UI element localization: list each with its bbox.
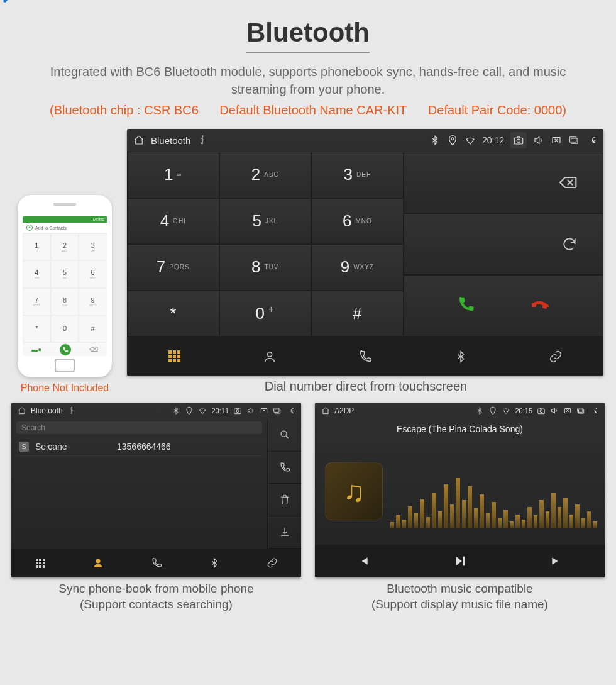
music-caption-line2: (Support display music file name) [315,597,605,613]
svg-rect-4 [571,138,578,143]
phone-key-7[interactable]: 7PQRS [23,288,51,315]
key-9[interactable]: 9WXYZ [311,244,404,291]
phone-keypad[interactable]: 1∞2ABC3DEF4GHI5JKL6MNO7PQRS8TUV9WXYZ*0# [23,233,107,342]
delete-contact-button[interactable] [268,484,301,516]
close-app-icon[interactable] [563,406,572,415]
statusbar-title: Bluetooth [31,406,63,415]
home-icon[interactable] [321,406,330,415]
key-1[interactable]: 1∞ [127,152,219,198]
key-7[interactable]: 7PQRS [127,244,219,291]
wifi-icon [198,406,207,415]
close-app-icon[interactable] [260,406,268,415]
tab-keypad[interactable] [127,337,223,376]
dial-contact-button[interactable] [268,452,301,484]
tab-contacts[interactable] [223,337,318,376]
volume-icon[interactable] [550,406,559,415]
recents-icon[interactable] [568,135,580,146]
phone-key-#[interactable]: # [79,315,107,342]
phone-key-8[interactable]: 8TUV [51,288,79,315]
contact-badge: S [19,442,29,452]
search-input[interactable]: Search [16,421,262,434]
recents-icon[interactable] [273,406,282,415]
backspace-button[interactable] [404,152,603,213]
contacts-caption-line1: Sync phone-book from mobile phone [11,581,301,597]
spec-name: Default Bluetooth Name CAR-KIT [219,103,407,117]
back-icon[interactable] [586,135,597,146]
key-*[interactable]: * [127,291,219,337]
tab-call-log[interactable] [127,549,185,577]
volume-icon[interactable] [533,135,544,146]
usb-icon [67,406,76,415]
svg-point-2 [517,139,520,142]
phone-key-4[interactable]: 4GHI [23,260,51,287]
bt-status-icon [172,406,180,415]
back-icon[interactable] [590,406,598,415]
contact-row[interactable]: SSeicane13566664466 [16,438,262,456]
gps-icon [488,406,497,415]
phone-key-5[interactable]: 5JKL [51,260,79,287]
page-description: Integrated with BC6 Bluetooth module, su… [31,63,585,98]
phone-key-6[interactable]: 6MNO [79,260,107,287]
phone-add-contacts[interactable]: + Add to Contacts [23,223,107,233]
screenshot-icon[interactable] [510,132,527,148]
svg-point-0 [451,138,454,140]
download-contacts-button[interactable] [268,516,301,549]
phone-key-3[interactable]: 3DEF [79,233,107,260]
tab-link[interactable] [243,549,301,577]
phone-key-*[interactable]: * [23,315,51,342]
play-pause-button[interactable] [412,545,509,577]
tab-bluetooth[interactable] [185,549,243,577]
tab-call-log[interactable] [317,337,413,376]
album-art: ♫ [325,462,383,520]
phone-key-2[interactable]: 2ABC [51,233,79,260]
add-icon: + [26,225,33,231]
screenshot-icon[interactable] [537,406,546,415]
dialer-screen: Bluetooth 20:12 1∞2ABC3DEF4GHI5JKL6MNO7P… [127,129,605,394]
dialer-caption: Dial number direct from touchscreen [127,379,605,394]
statusbar-time: 20:12 [482,135,504,145]
key-3[interactable]: 3DEF [311,152,404,198]
bluetooth-specs: (Bluetooth chip : CSR BC6 Default Blueto… [11,103,605,118]
spec-pair: Default Pair Code: 0000) [428,103,566,117]
tab-bluetooth[interactable] [413,337,509,376]
phone-key-9[interactable]: 9WXYZ [79,288,107,315]
recents-icon[interactable] [576,406,585,415]
back-icon[interactable] [286,406,295,415]
statusbar-title: A2DP [334,406,354,415]
phone-recorder-icon[interactable]: ▬● [31,346,41,353]
sync-button[interactable] [404,213,603,275]
volume-icon[interactable] [246,406,255,415]
key-4[interactable]: 4GHI [127,198,219,245]
svg-point-8 [236,410,239,413]
phone-backspace-icon[interactable]: ⌫ [89,346,98,353]
key-0[interactable]: 0+ [219,291,312,337]
key-8[interactable]: 8TUV [219,244,312,291]
phone-dial-button[interactable] [60,344,71,355]
close-app-icon[interactable] [551,135,562,146]
phone-key-0[interactable]: 0 [51,315,79,342]
next-track-button[interactable] [508,545,605,577]
svg-rect-10 [275,409,280,413]
hangup-button[interactable] [532,295,551,316]
statusbar-time: 20:11 [211,407,229,415]
key-5[interactable]: 5JKL [219,198,312,245]
tab-link[interactable] [508,337,603,376]
key-#[interactable]: # [311,291,404,337]
key-6[interactable]: 6MNO [311,198,404,245]
page-title: Bluetooth [246,18,370,53]
phone-key-1[interactable]: 1∞ [23,233,51,260]
tab-keypad[interactable] [11,549,69,577]
svg-point-12 [281,431,287,437]
phone-add-label: Add to Contacts [35,226,67,230]
gps-icon [185,406,194,415]
call-button[interactable] [456,295,475,316]
home-icon[interactable] [133,135,145,146]
screenshot-icon[interactable] [233,406,242,415]
svg-point-13 [96,559,100,563]
key-2[interactable]: 2ABC [219,152,312,198]
search-button[interactable] [268,419,301,452]
home-icon[interactable] [18,406,26,415]
statusbar-title: Bluetooth [151,135,190,146]
prev-track-button[interactable] [315,545,412,577]
tab-contacts[interactable] [69,549,127,577]
